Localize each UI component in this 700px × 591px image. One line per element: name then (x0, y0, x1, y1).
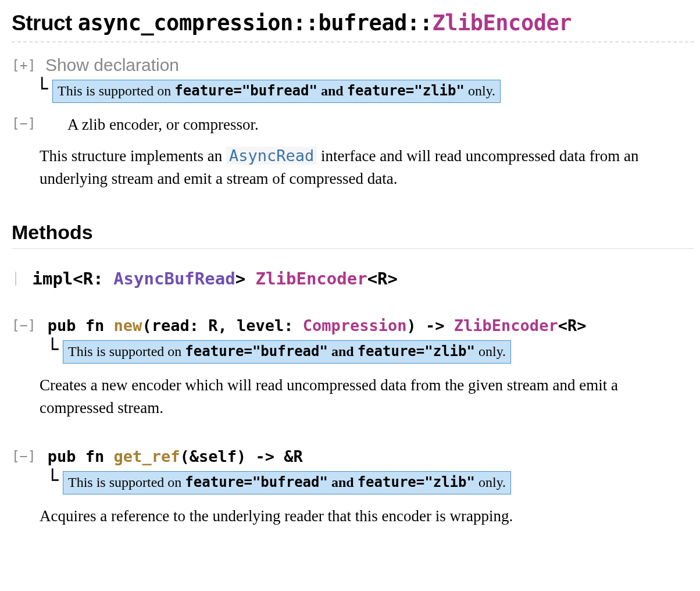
impl-collapse-icon[interactable] (15, 272, 16, 286)
title-kind: Struct (12, 11, 72, 35)
fn-name-new[interactable]: new (114, 316, 142, 334)
feature-gate: This is supported on feature="bufread" a… (63, 471, 511, 494)
declaration-label[interactable]: Show declaration (45, 55, 179, 74)
impl-struct-link[interactable]: ZlibEncoder (256, 269, 367, 289)
feature-gate: This is supported on feature="bufread" a… (52, 80, 501, 103)
method-get-ref-doc: Acquires a reference to the underlying r… (40, 505, 694, 528)
asyncread-link[interactable]: AsyncRead (226, 147, 317, 165)
method-get-ref-toggle[interactable]: [−] (12, 448, 36, 464)
feature-gate: This is supported on feature="bufread" a… (63, 340, 511, 364)
title-type[interactable]: ZlibEncoder (432, 10, 572, 35)
title-module[interactable]: bufread (318, 10, 406, 35)
declaration-toggle[interactable]: [+] (12, 58, 36, 73)
impl-trait-link[interactable]: AsyncBufRead (113, 269, 235, 289)
method-new-doc: Creates a new encoder which will read un… (40, 374, 694, 419)
method-new: [−] pub fn new(read: R, level: Compressi… (12, 316, 694, 334)
title-crate[interactable]: async_compression (78, 10, 293, 35)
method-get-ref: [−] pub fn get_ref(&self) -> &R (12, 447, 694, 465)
summary-first-line: A zlib encoder, or compressor. (67, 116, 259, 133)
method-new-toggle[interactable]: [−] (12, 318, 36, 333)
summary-toggle[interactable]: [−] (12, 116, 36, 131)
tree-corner-icon: └ (47, 475, 62, 485)
summary-paragraph: This structure implements an AsyncRead i… (40, 144, 694, 190)
tree-corner-icon: └ (36, 83, 51, 94)
impl-block: impl<R: AsyncBufRead> ZlibEncoder<R> (15, 269, 694, 289)
return-type-link[interactable]: ZlibEncoder (454, 316, 558, 334)
tree-corner-icon: └ (47, 344, 62, 354)
page-title: Struct async_compression::bufread::ZlibE… (12, 10, 694, 42)
compression-link[interactable]: Compression (303, 316, 407, 334)
methods-heading: Methods (12, 221, 694, 249)
fn-name-get-ref[interactable]: get_ref (114, 447, 180, 465)
